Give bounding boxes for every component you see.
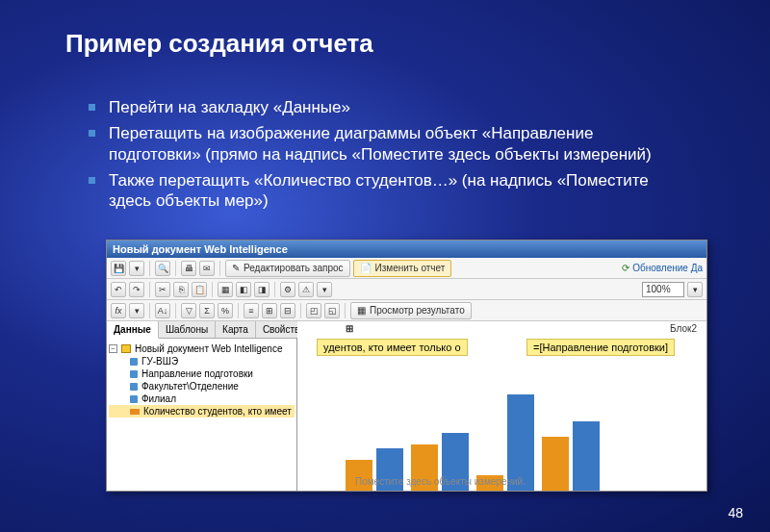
tool-icon[interactable]: ◨ [254,282,270,297]
tree-label: Факультет\Отделение [141,381,239,392]
bullet-list: Перейти на закладку «Данные» Перетащить … [0,59,654,211]
tree-label: Новый документ Web Intelligence [135,343,283,354]
separator [175,303,176,318]
label: Просмотр результато [370,305,465,316]
label: Изменить отчет [375,263,446,273]
bullet-item: Перетащить на изображение диаграммы объе… [89,123,654,165]
chevron-down-icon[interactable]: ▾ [687,282,703,297]
dimension-icon [130,395,138,403]
separator [345,303,346,318]
tab-map[interactable]: Карта [216,321,256,338]
separator [238,303,239,318]
edit-query-button[interactable]: ✎Редактировать запрос [225,260,350,277]
report-canvas[interactable]: ⊞ Блок2 удентов, кто имеет только о =[На… [297,321,706,491]
sort-asc-icon[interactable]: A↓ [155,303,170,318]
tool-icon[interactable]: ◧ [236,282,251,297]
bar-blue [573,421,600,491]
drop-hint-dimension[interactable]: =[Направление подготовки] [526,339,675,356]
dimension-icon [130,358,138,366]
slide-number: 48 [728,505,743,520]
separator [149,303,150,318]
bullet-icon [89,130,95,137]
bullet-text: Также перетащить «Количество студентов…»… [109,170,654,212]
bullet-text: Перетащить на изображение диаграммы объе… [109,123,654,165]
save-icon[interactable]: 💾 [111,261,126,276]
cut-icon[interactable]: ✂ [155,282,170,297]
refresh-icon[interactable]: ⟳ [622,263,629,273]
collapse-icon[interactable]: − [109,344,117,353]
separator [175,261,176,276]
tool-icon[interactable]: ⊟ [280,303,295,318]
print-icon[interactable]: 🖶 [181,261,196,276]
tab-templates[interactable]: Шаблоны [159,321,216,338]
axis-hint-text: Поместите здесь объекты измерений. [355,476,526,487]
tree-item-dimension[interactable]: Факультет\Отделение [109,380,295,393]
app-body: Данные Шаблоны Карта Свойства − Новый до… [107,321,706,491]
panel-tabs: Данные Шаблоны Карта Свойства [107,321,296,339]
tree-item-dimension[interactable]: Филиал [109,393,295,405]
separator [212,282,213,297]
chevron-down-icon[interactable]: ▾ [317,282,332,297]
separator [274,282,275,297]
chevron-down-icon[interactable]: ▾ [129,303,144,318]
tree-root[interactable]: − Новый документ Web Intelligence [109,342,295,355]
separator [149,282,150,297]
dimension-icon [130,370,138,378]
pencil-icon: ✎ [232,263,240,273]
slide-title: Пример создания отчета [0,0,770,59]
bar-orange [542,437,569,491]
redo-icon[interactable]: ↷ [129,282,144,297]
separator [149,261,150,276]
toolbar-format: fx ▾ A↓ ▽ Σ % ≡ ⊞ ⊟ ◰ ◱ ▦Просмотр резуль… [107,300,706,321]
toolbar-main: 💾 ▾ 🔍 🖶 ✉ ✎Редактировать запрос 📄Изменит… [107,258,706,279]
tree-item-dimension[interactable]: Направление подготовки [109,367,295,380]
tool-icon[interactable]: ◱ [324,303,340,318]
separator [219,261,220,276]
search-icon[interactable]: 🔍 [155,261,170,276]
tree-item-dimension[interactable]: ГУ-ВШЭ [109,355,295,367]
measure-icon [130,409,140,415]
tool-icon[interactable]: ⊞ [262,303,277,318]
bar-group [542,421,600,491]
view-result-button[interactable]: ▦Просмотр результато [350,302,472,319]
tree-item-measure[interactable]: Количество студентов, кто имеет [109,405,295,418]
toolbar-edit: ↶ ↷ ✂ ⎘ 📋 ▦ ◧ ◨ ⚙ ⚠ ▾ 100% ▾ [107,279,706,300]
app-screenshot: Новый документ Web Intelligence 💾 ▾ 🔍 🖶 … [106,240,707,492]
warning-icon[interactable]: ⚠ [298,282,314,297]
tab-data[interactable]: Данные [107,321,159,339]
separator [300,303,301,318]
left-panel: Данные Шаблоны Карта Свойства − Новый до… [107,321,297,491]
window-titlebar: Новый документ Web Intelligence [107,241,706,258]
mail-icon[interactable]: ✉ [199,261,215,276]
tool-icon[interactable]: ◰ [306,303,321,318]
paste-icon[interactable]: 📋 [192,282,207,297]
bar-chart[interactable] [326,381,682,491]
dropdown-icon[interactable]: ▾ [129,261,144,276]
undo-icon[interactable]: ↶ [111,282,126,297]
drop-hint-measure[interactable]: удентов, кто имеет только о [317,339,468,356]
tool-icon[interactable]: ▦ [218,282,233,297]
tool-icon[interactable]: ≡ [244,303,259,318]
bullet-text: Перейти на закладку «Данные» [109,97,350,117]
tree-label: Направление подготовки [141,368,253,379]
percent-icon[interactable]: % [218,303,233,318]
edit-report-button[interactable]: 📄Изменить отчет [353,260,452,277]
cube-icon [121,344,131,353]
block-label: Блок2 [670,323,697,334]
dimension-icon [130,383,138,391]
report-icon: 📄 [360,263,372,273]
grid-icon: ▦ [357,305,366,316]
bullet-icon [89,177,95,184]
label: Редактировать запрос [244,263,344,273]
copy-icon[interactable]: ⎘ [173,282,189,297]
bullet-item: Перейти на закладку «Данные» [89,97,654,117]
tree-label: ГУ-ВШЭ [141,356,178,367]
zoom-input[interactable]: 100% [642,282,684,297]
tree-label: Филиал [141,393,176,404]
tool-icon[interactable]: ⚙ [280,282,295,297]
filter-icon[interactable]: ▽ [181,303,196,318]
function-icon[interactable]: fx [111,303,126,318]
sigma-icon[interactable]: Σ [199,303,215,318]
bullet-item: Также перетащить «Количество студентов…»… [89,170,654,212]
update-label[interactable]: Обновление Да [632,263,703,273]
